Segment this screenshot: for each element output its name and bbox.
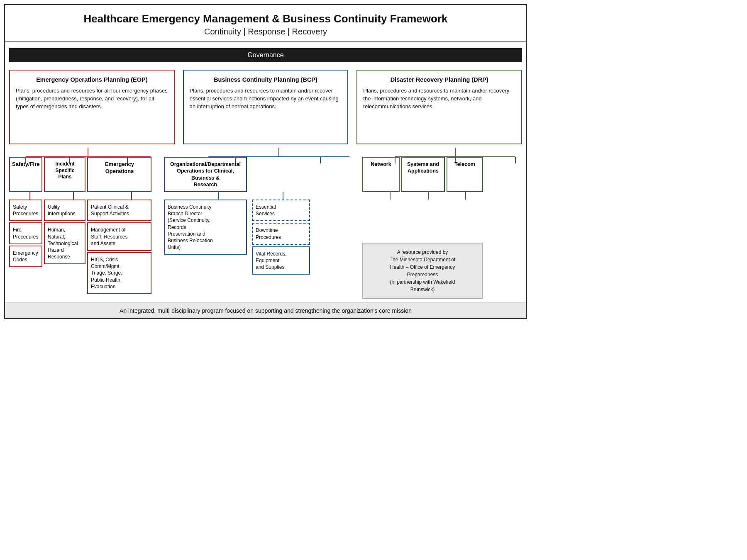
safety-fire-header: Safety/Fire [9, 157, 42, 192]
eop-detail-group: SafetyProcedures FireProcedures Emergenc… [9, 200, 156, 299]
bcp-director-item: Business ContinuityBranch Director(Servi… [164, 200, 247, 255]
footer: An integrated, multi-disciplinary progra… [5, 302, 526, 318]
essential-downtime-group: EssentialServices DowntimeProcedures Vit… [252, 200, 310, 275]
drp-network-placeholder [362, 200, 400, 216]
emergency-ops-header: EmergencyOperations [87, 157, 151, 192]
staff-resources-item: Management ofStaff, Resourcesand Assets [87, 222, 151, 251]
safety-procedures-item: SafetyProcedures [9, 200, 42, 221]
patient-clinical-item: Patient Clinical &Support Activities [87, 200, 151, 221]
network-header: Network [362, 157, 400, 192]
hazard-response-item: Human,Natural,TechnologicalHazardRespons… [44, 222, 85, 264]
safety-fire-items: SafetyProcedures FireProcedures Emergenc… [9, 200, 42, 267]
fire-procedures-item: FireProcedures [9, 222, 42, 244]
downtime-procedures-item: DowntimeProcedures [252, 223, 310, 244]
drp-description: Plans, procedures and resources to maint… [363, 87, 515, 111]
top-boxes-row: Emergency Operations Planning (EOP) Plan… [5, 62, 526, 148]
subtitle: Continuity | Response | Recovery [9, 27, 522, 37]
governance-bar: Governance [9, 48, 522, 62]
incident-specific-header: IncidentSpecificPlans [44, 157, 85, 192]
drp-detail-group: A resource provided byThe Minnesota Depa… [362, 200, 522, 299]
essential-services-item: EssentialServices [252, 200, 310, 221]
telecom-header: Telecom [447, 157, 483, 192]
emergency-ops-items: Patient Clinical &Support Activities Man… [87, 200, 151, 294]
resource-box: A resource provided byThe Minnesota Depa… [362, 243, 483, 299]
drp-box: Disaster Recovery Planning (DRP) Plans, … [356, 70, 522, 144]
drp-systems-placeholder [401, 200, 445, 216]
resource-text: A resource provided byThe Minnesota Depa… [390, 249, 456, 292]
drp-title: Disaster Recovery Planning (DRP) [363, 76, 515, 83]
bcp-orgdept-header: Organizational/DepartmentalOperations fo… [164, 157, 247, 192]
systems-apps-header: Systems andApplications [401, 157, 445, 192]
governance-label: Governance [247, 51, 283, 58]
eop-title: Emergency Operations Planning (EOP) [16, 76, 168, 83]
bcp-detail-group: Business ContinuityBranch Director(Servi… [164, 200, 355, 299]
cat-headers-row: Safety/Fire IncidentSpecificPlans Emerge… [9, 148, 522, 192]
bcp-title: Business Continuity Planning (BCP) [190, 76, 342, 83]
drp-cat-group: Network Systems andApplications Telecom [362, 157, 522, 192]
bcp-box: Business Continuity Planning (BCP) Plans… [183, 70, 349, 144]
bcp-description: Plans, procedures and resources to maint… [190, 87, 342, 111]
eop-cat-group: Safety/Fire IncidentSpecificPlans Emerge… [9, 157, 156, 192]
framework-container: Healthcare Emergency Management & Busine… [4, 4, 527, 319]
footer-text: An integrated, multi-disciplinary progra… [120, 307, 412, 314]
connector-svg-2 [9, 192, 522, 200]
main-title: Healthcare Emergency Management & Busine… [9, 12, 522, 25]
header: Healthcare Emergency Management & Busine… [5, 5, 526, 42]
eop-description: Plans, procedures and resources for all … [16, 87, 168, 111]
tree-section: Safety/Fire IncidentSpecificPlans Emerge… [5, 148, 526, 299]
vital-records-item: Vital Records,Equipmentand Supplies [252, 246, 310, 275]
detail-boxes-row: SafetyProcedures FireProcedures Emergenc… [9, 200, 522, 299]
incident-specific-items: UtilityInterruptions Human,Natural,Techn… [44, 200, 85, 264]
bcp-cat-group: Organizational/DepartmentalOperations fo… [164, 157, 355, 192]
drp-telecom-placeholder [447, 200, 483, 216]
eop-box: Emergency Operations Planning (EOP) Plan… [9, 70, 175, 144]
utility-interruptions-item: UtilityInterruptions [44, 200, 85, 221]
hics-item: HICS, CrisisComm/Mgmt,Triage, Surge,Publ… [87, 252, 151, 294]
bcp-essential-placeholder [252, 157, 310, 192]
emergency-codes-item: EmergencyCodes [9, 246, 42, 267]
